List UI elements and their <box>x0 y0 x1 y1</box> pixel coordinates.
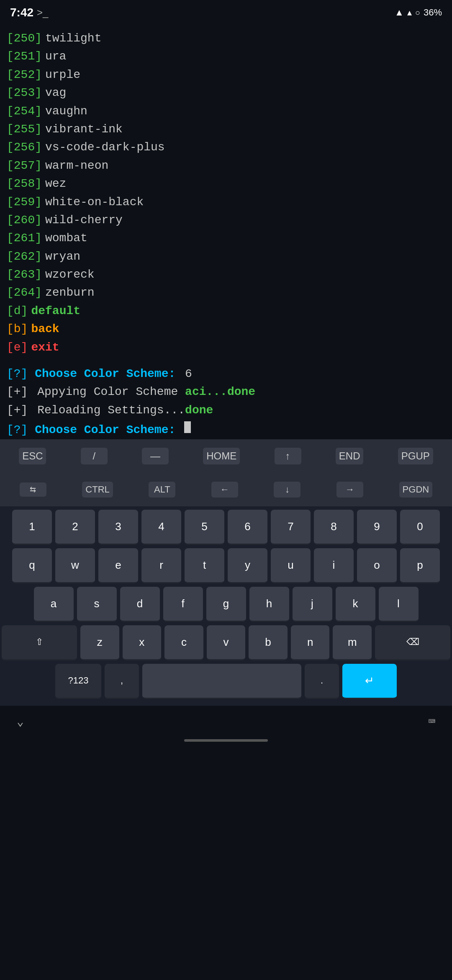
key-g[interactable]: g <box>206 587 246 622</box>
prompt-choose-1: [?] Choose Color Scheme: 6 <box>7 365 445 383</box>
terminal-arrow-row: ⇆ CTRL ALT ← ↓ → PGDN <box>0 473 452 506</box>
key-l[interactable]: l <box>379 587 419 622</box>
menu-default-item: [d] default <box>7 302 445 320</box>
sim-icon: ○ <box>415 8 420 18</box>
key-s[interactable]: s <box>77 587 117 622</box>
list-item: [263] wzoreck <box>7 266 445 284</box>
key-backspace[interactable]: ⌫ <box>375 625 450 660</box>
key-m[interactable]: m <box>333 625 372 660</box>
key-5[interactable]: 5 <box>185 510 224 545</box>
list-item: [257] warm-neon <box>7 157 445 175</box>
key-right[interactable]: → <box>336 482 363 498</box>
log-applying: [+] Appying Color Scheme aci...done <box>7 383 445 401</box>
key-7[interactable]: 7 <box>271 510 311 545</box>
key-0[interactable]: 0 <box>400 510 440 545</box>
key-4[interactable]: 4 <box>141 510 181 545</box>
list-item: [261] wombat <box>7 229 445 247</box>
key-6[interactable]: 6 <box>228 510 267 545</box>
status-icons: ▲ ▴ ○ 36% <box>395 7 442 18</box>
key-esc[interactable]: ESC <box>19 448 46 464</box>
home-indicator <box>0 736 452 748</box>
key-tab[interactable]: ⇆ <box>20 482 46 497</box>
key-v[interactable]: v <box>207 625 246 660</box>
key-x[interactable]: x <box>123 625 162 660</box>
list-item: [262] wryan <box>7 248 445 266</box>
key-pgdn[interactable]: PGDN <box>399 482 433 498</box>
list-item: [260] wild-cherry <box>7 211 445 229</box>
list-item: [259] white-on-black <box>7 193 445 211</box>
keyboard-row-a: a s d f g h j k l <box>2 587 450 622</box>
list-item: [264] zenburn <box>7 284 445 302</box>
key-c[interactable]: c <box>164 625 203 660</box>
key-a[interactable]: a <box>34 587 74 622</box>
key-1[interactable]: 1 <box>12 510 52 545</box>
signal-icon: ▴ <box>407 7 412 18</box>
terminal-output: [250] twilight [251] ura [252] urple [25… <box>0 25 452 439</box>
bottom-nav: ⌄ ⌨ <box>0 706 452 736</box>
key-up[interactable]: ↑ <box>275 448 301 464</box>
key-d[interactable]: d <box>120 587 160 622</box>
key-home[interactable]: HOME <box>203 448 240 464</box>
list-item: [252] urple <box>7 66 445 84</box>
list-item: [253] vag <box>7 84 445 102</box>
collapse-keyboard-icon[interactable]: ⌄ <box>17 714 24 729</box>
menu-exit-item: [e] exit <box>7 338 445 356</box>
key-period[interactable]: . <box>305 664 339 699</box>
key-f[interactable]: f <box>163 587 203 622</box>
key-down[interactable]: ↓ <box>274 482 300 498</box>
key-pgup[interactable]: PGUP <box>398 448 433 464</box>
key-b[interactable]: b <box>249 625 288 660</box>
key-slash[interactable]: / <box>81 448 108 464</box>
list-item: [250] twilight <box>7 29 445 47</box>
key-left[interactable]: ← <box>211 482 238 498</box>
keyboard-row-bottom: ?123 , . ↵ <box>2 664 450 699</box>
menu-back-item: [b] back <box>7 320 445 338</box>
key-e[interactable]: e <box>98 548 138 583</box>
battery-indicator: 36% <box>424 7 442 18</box>
key-i[interactable]: i <box>314 548 354 583</box>
prompt-choose-2: [?] Choose Color Scheme: <box>7 421 445 439</box>
key-o[interactable]: o <box>357 548 397 583</box>
terminal-prompt-icon: >_ <box>37 7 48 18</box>
keyboard-options-icon[interactable]: ⌨ <box>428 714 435 729</box>
key-enter[interactable]: ↵ <box>342 664 397 699</box>
key-shift[interactable]: ⇧ <box>2 625 77 660</box>
list-item: [255] vibrant-ink <box>7 120 445 138</box>
status-bar: 7:42 >_ ▲ ▴ ○ 36% <box>0 0 452 25</box>
text-cursor <box>184 421 191 433</box>
key-u[interactable]: u <box>271 548 311 583</box>
key-2[interactable]: 2 <box>55 510 95 545</box>
log-reloading: [+] Reloading Settings... done <box>7 401 445 419</box>
key-9[interactable]: 9 <box>357 510 397 545</box>
terminal-toolbar: ESC / — HOME ↑ END PGUP <box>0 439 452 473</box>
home-bar <box>184 739 268 742</box>
status-time: 7:42 <box>10 6 33 19</box>
key-h[interactable]: h <box>249 587 289 622</box>
key-q[interactable]: q <box>12 548 52 583</box>
key-dash[interactable]: — <box>142 448 169 464</box>
key-w[interactable]: w <box>55 548 95 583</box>
key-alt[interactable]: ALT <box>149 482 175 498</box>
key-k[interactable]: k <box>336 587 375 622</box>
key-y[interactable]: y <box>228 548 267 583</box>
key-3[interactable]: 3 <box>98 510 138 545</box>
key-r[interactable]: r <box>141 548 181 583</box>
key-t[interactable]: t <box>185 548 224 583</box>
key-ctrl[interactable]: CTRL <box>82 482 113 498</box>
list-item: [254] vaughn <box>7 102 445 120</box>
on-screen-keyboard: 1 2 3 4 5 6 7 8 9 0 q w e r t y u i o p … <box>0 506 452 706</box>
wifi-icon: ▲ <box>395 7 404 18</box>
key-space[interactable] <box>142 664 301 699</box>
keyboard-row-z: ⇧ z x c v b n m ⌫ <box>2 625 450 660</box>
key-num-sym[interactable]: ?123 <box>55 664 101 699</box>
key-z[interactable]: z <box>80 625 119 660</box>
key-n[interactable]: n <box>291 625 330 660</box>
list-item: [258] wez <box>7 175 445 193</box>
key-8[interactable]: 8 <box>314 510 354 545</box>
key-p[interactable]: p <box>400 548 440 583</box>
key-comma[interactable]: , <box>105 664 139 699</box>
key-end[interactable]: END <box>336 448 364 464</box>
list-item: [256] vs-code-dark-plus <box>7 138 445 156</box>
key-j[interactable]: j <box>293 587 332 622</box>
keyboard-row-q: q w e r t y u i o p <box>2 548 450 583</box>
